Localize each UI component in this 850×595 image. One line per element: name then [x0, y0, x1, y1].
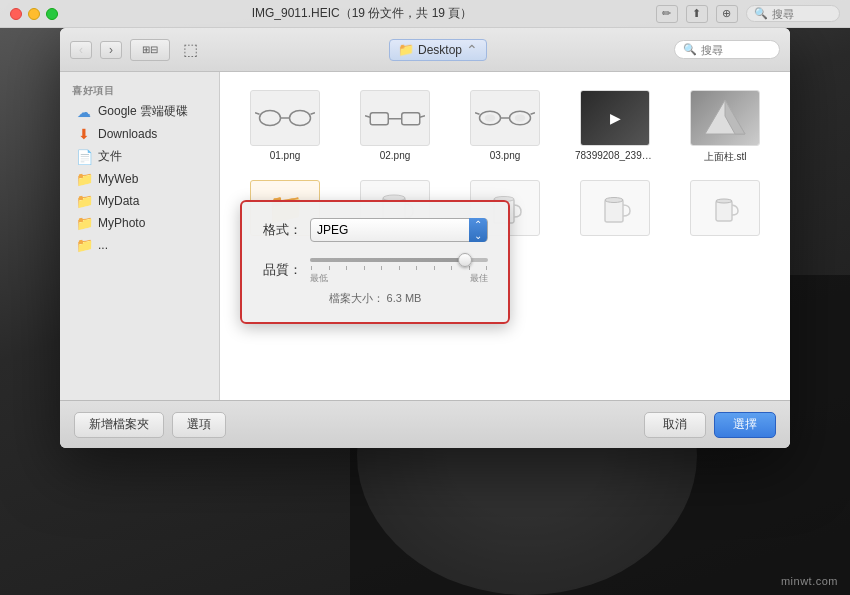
sidebar-item-more[interactable]: 📁 ...: [64, 234, 215, 256]
sidebar-item-label: MyPhoto: [98, 216, 145, 230]
format-value: JPEG: [317, 223, 348, 237]
more-icon: ⊕: [722, 7, 731, 20]
sidebar-item-myphoto[interactable]: 📁 MyPhoto: [64, 212, 215, 234]
sidebar-section-label: 喜好項目: [60, 80, 219, 100]
edit-icon: ✏: [662, 7, 671, 20]
file-item[interactable]: 02.png: [342, 84, 448, 170]
select-arrow-icon: ⌃⌄: [469, 218, 487, 242]
sidebar-item-myweb[interactable]: 📁 MyWeb: [64, 168, 215, 190]
back-button[interactable]: ‹: [70, 41, 92, 59]
svg-line-8: [365, 116, 370, 118]
sidebar-item-label: Google 雲端硬碟: [98, 103, 188, 120]
quality-row: 品質： 最低 最佳: [262, 254, 488, 285]
folder-icon: 📁: [76, 193, 92, 209]
view-options-button[interactable]: ⊞⊟: [130, 39, 170, 61]
folder-icon: 📁: [76, 171, 92, 187]
file-item[interactable]: 03.png: [452, 84, 558, 170]
location-bar: 📁 Desktop ⌃: [210, 39, 666, 61]
location-chevron: ⌃: [466, 42, 478, 58]
sidebar-item-label: 文件: [98, 148, 122, 165]
slider-thumb[interactable]: [458, 253, 472, 267]
glasses-svg-1: [255, 103, 315, 133]
quality-slider-container: 最低 最佳: [310, 254, 488, 285]
title-search-input[interactable]: [772, 8, 832, 20]
file-item[interactable]: 01.png: [232, 84, 338, 170]
file-thumbnail: ▶: [580, 90, 650, 146]
svg-rect-23: [605, 200, 623, 222]
window-controls: [10, 8, 58, 20]
more-icon-btn[interactable]: ⊕: [716, 5, 738, 23]
video-thumbnail: ▶: [581, 91, 649, 145]
svg-point-0: [260, 111, 281, 126]
download-icon: ⬇: [76, 126, 92, 142]
format-select[interactable]: JPEG ⌃⌄: [310, 218, 488, 242]
new-folder-icon-btn[interactable]: ⬚: [178, 40, 202, 60]
sidebar-item-documents[interactable]: 📄 文件: [64, 145, 215, 168]
sidebar-item-downloads[interactable]: ⬇ Downloads: [64, 123, 215, 145]
finder-search-bar[interactable]: 🔍: [674, 40, 780, 59]
more-folder-icon: 📁: [76, 237, 92, 253]
svg-line-9: [420, 116, 425, 118]
maximize-button[interactable]: [46, 8, 58, 20]
file-name: 03.png: [490, 150, 521, 161]
file-thumbnail: [690, 180, 760, 236]
search-icon: 🔍: [754, 7, 768, 20]
quality-label: 品質：: [262, 261, 302, 279]
bottom-bar: 新增檔案夾 選項 取消 選擇: [60, 400, 790, 448]
share-icon: ⬆: [692, 7, 701, 20]
file-item[interactable]: ▶ 78399208_23955923373...9_n.mp4: [562, 84, 668, 170]
choose-button[interactable]: 選擇: [714, 412, 776, 438]
cancel-label: 取消: [663, 416, 687, 433]
slider-ticks: [310, 266, 488, 270]
finder-search-icon: 🔍: [683, 43, 697, 56]
sidebar-item-label: MyData: [98, 194, 139, 208]
new-folder-button[interactable]: 新增檔案夾: [74, 412, 164, 438]
slider-min-label: 最低: [310, 272, 328, 285]
file-name: 上面柱.stl: [704, 150, 747, 164]
sidebar-item-mydata[interactable]: 📁 MyData: [64, 190, 215, 212]
slider-labels: 最低 最佳: [310, 272, 488, 285]
finder-search-input[interactable]: [701, 44, 771, 56]
forward-icon: ›: [109, 43, 113, 57]
filesize-text: 檔案大小： 6.3 MB: [329, 292, 422, 304]
cloud-icon: ☁: [76, 104, 92, 120]
title-bar-actions: ✏ ⬆ ⊕ 🔍: [656, 5, 840, 23]
svg-point-1: [290, 111, 311, 126]
file-item[interactable]: [562, 174, 668, 246]
sidebar-item-label: Downloads: [98, 127, 157, 141]
svg-point-24: [605, 198, 623, 203]
svg-rect-25: [716, 201, 732, 221]
choose-label: 選擇: [733, 416, 757, 433]
file-name: 02.png: [380, 150, 411, 161]
svg-rect-5: [370, 113, 388, 125]
location-pill[interactable]: 📁 Desktop ⌃: [389, 39, 487, 61]
new-folder-label: 新增檔案夾: [89, 416, 149, 433]
close-button[interactable]: [10, 8, 22, 20]
file-item[interactable]: [672, 174, 778, 246]
chevron-down-icon: ⌃⌄: [474, 219, 482, 241]
location-folder-icon: 📁: [398, 42, 414, 57]
format-row: 格式： JPEG ⌃⌄: [262, 218, 488, 242]
file-thumbnail: [360, 90, 430, 146]
cancel-button[interactable]: 取消: [644, 412, 706, 438]
window-title: IMG_9011.HEIC（19 份文件，共 19 頁）: [252, 5, 473, 22]
stl-svg: [700, 96, 750, 140]
share-icon-btn[interactable]: ⬆: [686, 5, 708, 23]
minimize-button[interactable]: [28, 8, 40, 20]
options-label: 選項: [187, 416, 211, 433]
svg-point-26: [716, 199, 732, 203]
mug-svg-3: [593, 186, 637, 230]
folder-icon: ⬚: [183, 40, 198, 59]
title-search-bar[interactable]: 🔍: [746, 5, 840, 22]
slider-track[interactable]: [310, 258, 488, 262]
sidebar-item-google-drive[interactable]: ☁ Google 雲端硬碟: [64, 100, 215, 123]
options-button[interactable]: 選項: [172, 412, 226, 438]
svg-line-13: [475, 113, 480, 115]
svg-line-4: [311, 113, 316, 115]
file-item[interactable]: 上面柱.stl: [672, 84, 778, 170]
file-name: 01.png: [270, 150, 301, 161]
edit-icon-btn[interactable]: ✏: [656, 5, 678, 23]
sidebar-item-label: MyWeb: [98, 172, 138, 186]
svg-point-15: [485, 114, 496, 122]
forward-button[interactable]: ›: [100, 41, 122, 59]
